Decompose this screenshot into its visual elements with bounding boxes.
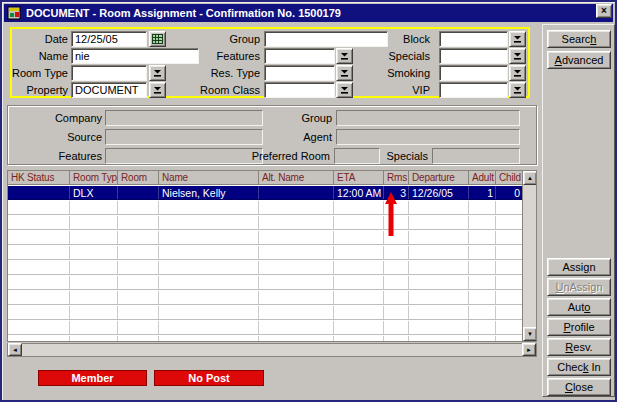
property-input[interactable]: DOCUMENT	[71, 82, 147, 98]
cell-room	[118, 321, 159, 334]
cell-hk-status	[8, 291, 70, 304]
property-lov-button[interactable]	[149, 82, 166, 98]
empty-table-row[interactable]	[8, 321, 523, 335]
cell-rms	[384, 261, 409, 274]
vip-input[interactable]	[439, 82, 508, 98]
cell-departure	[409, 276, 469, 289]
room-assignment-window: DOCUMENT - Room Assignment - Confirmatio…	[0, 0, 617, 402]
cell-name	[159, 216, 259, 229]
res-type-label: Res. Type	[197, 67, 260, 79]
empty-table-row[interactable]	[8, 201, 523, 215]
cell-room-type: DLX	[70, 186, 118, 199]
cell-room	[118, 201, 159, 214]
smoking-lov-button[interactable]	[509, 65, 526, 81]
column-header-rms: Rms	[384, 171, 409, 185]
room-type-input[interactable]	[71, 65, 147, 81]
smoking-input[interactable]	[439, 65, 508, 81]
cell-hk-status	[8, 246, 70, 259]
cell-alt-name	[259, 321, 334, 334]
cell-hk-status	[8, 231, 70, 244]
empty-table-row[interactable]	[8, 246, 523, 260]
name-label: Name	[4, 50, 68, 62]
cell-room-type	[70, 246, 118, 259]
cell-departure	[409, 336, 469, 342]
advanced-button[interactable]: Advanced	[547, 51, 611, 69]
preferred-room-field	[334, 148, 380, 164]
cell-hk-status	[8, 201, 70, 214]
cell-adult	[469, 201, 496, 214]
cell-departure	[409, 231, 469, 244]
close-window-button[interactable]: ×	[596, 4, 612, 18]
specials-lov-button[interactable]	[509, 48, 526, 64]
scroll-up-button[interactable]: ▲	[523, 171, 537, 185]
no-post-badge-label: No Post	[188, 372, 230, 384]
specials-input[interactable]	[439, 48, 508, 64]
cell-departure	[409, 201, 469, 214]
cell-room-type	[70, 321, 118, 334]
window-title: DOCUMENT - Room Assignment - Confirmatio…	[26, 7, 341, 19]
room-assignment-table: HK StatusRoom TypeRoomNameAlt. NameETARm…	[7, 170, 537, 342]
close-button[interactable]: Close	[547, 378, 611, 396]
cell-alt-name	[259, 201, 334, 214]
table-vertical-scrollbar[interactable]: ▲ ▼	[522, 171, 536, 341]
cell-hk-status	[8, 336, 70, 342]
auto-button[interactable]: Auto	[547, 298, 611, 316]
cell-adult	[469, 231, 496, 244]
scroll-down-button[interactable]: ▼	[523, 327, 537, 341]
features-lov-button[interactable]	[336, 48, 353, 64]
arrow-left-icon: ◄	[12, 347, 18, 353]
cell-eta	[334, 291, 384, 304]
assign-button[interactable]: Assign	[547, 258, 611, 276]
cell-alt-name	[259, 261, 334, 274]
empty-table-row[interactable]	[8, 276, 523, 290]
search-button[interactable]: Search	[547, 30, 611, 48]
block-label: Block	[367, 33, 430, 45]
company-field	[105, 110, 263, 126]
room-type-lov-button[interactable]	[149, 65, 166, 81]
cell-name	[159, 306, 259, 319]
vip-label: VIP	[367, 84, 430, 96]
res-type-input[interactable]	[264, 65, 335, 81]
features-input[interactable]	[264, 48, 335, 64]
cell-alt-name	[259, 291, 334, 304]
empty-table-row[interactable]	[8, 261, 523, 275]
vip-lov-button[interactable]	[509, 82, 526, 98]
room-class-input[interactable]	[264, 82, 335, 98]
details-specials-label: Specials	[382, 150, 428, 162]
cell-adult	[469, 291, 496, 304]
block-lov-button[interactable]	[509, 31, 526, 47]
table-horizontal-scrollbar[interactable]: ◄ ►	[7, 343, 537, 357]
empty-table-row[interactable]	[8, 216, 523, 230]
date-label: Date	[4, 33, 68, 45]
resv-button[interactable]: Resv.	[547, 338, 611, 356]
empty-table-row[interactable]	[8, 306, 523, 320]
res-type-lov-button[interactable]	[336, 65, 353, 81]
cell-room-type	[70, 261, 118, 274]
block-input[interactable]	[439, 31, 508, 47]
group-label: Group	[197, 33, 260, 45]
details-group-label: Group	[252, 112, 332, 124]
cell-child	[496, 276, 523, 289]
agent-label: Agent	[252, 131, 332, 143]
scroll-left-button[interactable]: ◄	[8, 343, 22, 356]
room-class-label: Room Class	[197, 84, 260, 96]
empty-table-row[interactable]	[8, 231, 523, 245]
unassign-button: UnAssign	[547, 278, 611, 296]
table-header-row: HK StatusRoom TypeRoomNameAlt. NameETARm…	[8, 171, 523, 185]
name-input[interactable]: nie	[71, 48, 199, 64]
arrow-up-icon: ▲	[527, 175, 533, 181]
titlebar[interactable]: DOCUMENT - Room Assignment - Confirmatio…	[4, 4, 613, 22]
scroll-right-button[interactable]: ►	[522, 343, 536, 356]
date-calendar-button[interactable]	[149, 31, 166, 47]
specials-label: Specials	[367, 50, 430, 62]
empty-table-row[interactable]	[8, 336, 523, 342]
profile-button[interactable]: Profile	[547, 318, 611, 336]
empty-table-row[interactable]	[8, 291, 523, 305]
selected-reservation-row[interactable]: DLXNielsen, Kelly12:00 AM312/26/0510	[8, 186, 523, 200]
date-input[interactable]: 12/25/05	[71, 31, 147, 47]
room-class-lov-button[interactable]	[336, 82, 353, 98]
check-in-button[interactable]: Check In	[547, 358, 611, 376]
details-features-label: Features	[22, 150, 102, 162]
cell-name	[159, 246, 259, 259]
cell-alt-name	[259, 306, 334, 319]
